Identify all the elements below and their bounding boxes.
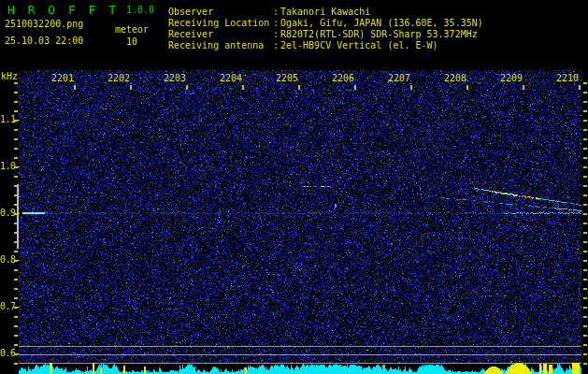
- info-row-location: Receiving Location:Ogaki, Gifu, JAPAN (1…: [168, 18, 483, 29]
- observation-mode: meteor: [115, 25, 149, 35]
- time-tick-label: 2207: [388, 74, 410, 83]
- freq-tick-label: 1.0-: [0, 162, 21, 171]
- frame-datetime: 25.10.03 22:00: [5, 36, 83, 46]
- station-info: Observer:Takanori Kawachi Receiving Loca…: [168, 7, 483, 51]
- time-tick-label: 2203: [164, 74, 186, 83]
- info-value: R820T2(RTL-SDR) SDR-Sharp 53.372MHz: [280, 29, 478, 40]
- hrofft-window: H R O F F T 1.0.0 2510032200.png meteor …: [0, 0, 588, 374]
- info-label: Receiver: [168, 29, 273, 40]
- info-row-antenna: Receiving antenna:2el-HB9CV Vertical (el…: [168, 40, 483, 51]
- time-tick-label: 2208: [444, 74, 466, 83]
- info-value: Ogaki, Gifu, JAPAN (136.60E, 35.35N): [280, 18, 483, 29]
- info-separator: :: [273, 7, 280, 18]
- app-version: 1.0.0: [126, 6, 154, 15]
- time-tick-label: 2204: [220, 74, 242, 83]
- info-separator: :: [273, 18, 280, 29]
- time-tick-label: 2202: [108, 74, 130, 83]
- time-tick-label: 2210: [556, 74, 579, 83]
- info-value: Takanori Kawachi: [280, 7, 370, 18]
- freq-tick-label: 0.6-: [0, 349, 21, 358]
- time-tick-label: 2205: [276, 74, 298, 83]
- freq-tick-label: 0.9-: [0, 209, 21, 218]
- freq-tick-label: 0.7-: [0, 302, 21, 311]
- freq-axis-unit: kHz: [1, 72, 18, 81]
- echo-count: 10: [126, 37, 137, 47]
- info-separator: :: [273, 40, 280, 51]
- info-label: Receiving Location: [168, 18, 273, 29]
- output-filename: 2510032200.png: [5, 20, 83, 29]
- app-title: H R O F F T: [7, 4, 119, 16]
- info-label: Observer: [168, 7, 273, 18]
- info-value: 2el-HB9CV Vertical (el. E-W): [280, 40, 438, 51]
- time-tick-label: 2209: [500, 74, 523, 83]
- freq-tick-label: 1.1-: [0, 115, 21, 124]
- freq-tick-label: 0.8-: [0, 255, 21, 265]
- info-separator: :: [273, 29, 280, 40]
- info-row-receiver: Receiver:R820T2(RTL-SDR) SDR-Sharp 53.37…: [168, 29, 483, 40]
- info-label: Receiving antenna: [168, 40, 273, 51]
- info-row-observer: Observer:Takanori Kawachi: [168, 7, 483, 18]
- time-tick-label: 2201: [51, 74, 74, 83]
- time-tick-label: 2206: [332, 74, 354, 83]
- spectrogram-canvas: [0, 0, 588, 374]
